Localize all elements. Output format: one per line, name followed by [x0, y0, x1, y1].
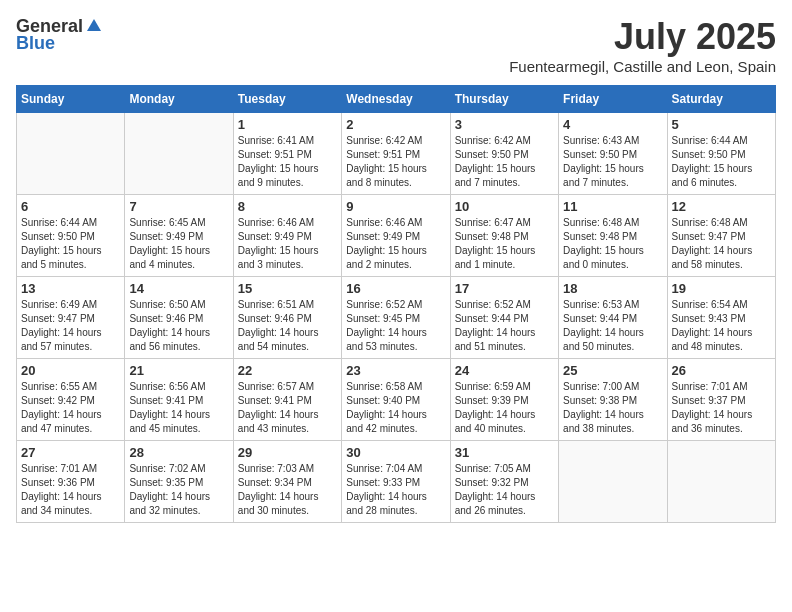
sunrise-text: Sunrise: 6:48 AM — [563, 216, 662, 230]
day-number: 23 — [346, 363, 445, 378]
sunset-text: Sunset: 9:46 PM — [129, 312, 228, 326]
day-number: 15 — [238, 281, 337, 296]
day-info: Sunrise: 6:42 AM Sunset: 9:50 PM Dayligh… — [455, 134, 554, 190]
daylight-text: Daylight: 14 hours and 38 minutes. — [563, 408, 662, 436]
sunset-text: Sunset: 9:42 PM — [21, 394, 120, 408]
calendar-day-cell: 5 Sunrise: 6:44 AM Sunset: 9:50 PM Dayli… — [667, 113, 775, 195]
day-number: 19 — [672, 281, 771, 296]
sunrise-text: Sunrise: 6:53 AM — [563, 298, 662, 312]
daylight-text: Daylight: 14 hours and 30 minutes. — [238, 490, 337, 518]
sunrise-text: Sunrise: 6:57 AM — [238, 380, 337, 394]
sunrise-text: Sunrise: 6:44 AM — [21, 216, 120, 230]
daylight-text: Daylight: 14 hours and 48 minutes. — [672, 326, 771, 354]
sunrise-text: Sunrise: 7:01 AM — [21, 462, 120, 476]
calendar-day-cell: 18 Sunrise: 6:53 AM Sunset: 9:44 PM Dayl… — [559, 277, 667, 359]
sunrise-text: Sunrise: 6:46 AM — [238, 216, 337, 230]
sunrise-text: Sunrise: 6:54 AM — [672, 298, 771, 312]
day-info: Sunrise: 7:02 AM Sunset: 9:35 PM Dayligh… — [129, 462, 228, 518]
logo: General Blue — [16, 16, 103, 54]
day-info: Sunrise: 6:54 AM Sunset: 9:43 PM Dayligh… — [672, 298, 771, 354]
day-info: Sunrise: 6:51 AM Sunset: 9:46 PM Dayligh… — [238, 298, 337, 354]
day-number: 9 — [346, 199, 445, 214]
sunset-text: Sunset: 9:50 PM — [563, 148, 662, 162]
day-number: 2 — [346, 117, 445, 132]
daylight-text: Daylight: 14 hours and 51 minutes. — [455, 326, 554, 354]
calendar-day-cell: 21 Sunrise: 6:56 AM Sunset: 9:41 PM Dayl… — [125, 359, 233, 441]
sunrise-text: Sunrise: 7:05 AM — [455, 462, 554, 476]
sunset-text: Sunset: 9:36 PM — [21, 476, 120, 490]
svg-marker-0 — [87, 19, 101, 31]
daylight-text: Daylight: 14 hours and 26 minutes. — [455, 490, 554, 518]
sunset-text: Sunset: 9:47 PM — [21, 312, 120, 326]
calendar-week-row: 1 Sunrise: 6:41 AM Sunset: 9:51 PM Dayli… — [17, 113, 776, 195]
day-info: Sunrise: 6:55 AM Sunset: 9:42 PM Dayligh… — [21, 380, 120, 436]
sunrise-text: Sunrise: 6:49 AM — [21, 298, 120, 312]
sunset-text: Sunset: 9:44 PM — [563, 312, 662, 326]
day-info: Sunrise: 6:58 AM Sunset: 9:40 PM Dayligh… — [346, 380, 445, 436]
daylight-text: Daylight: 14 hours and 43 minutes. — [238, 408, 337, 436]
day-info: Sunrise: 7:03 AM Sunset: 9:34 PM Dayligh… — [238, 462, 337, 518]
day-info: Sunrise: 6:43 AM Sunset: 9:50 PM Dayligh… — [563, 134, 662, 190]
day-info: Sunrise: 7:05 AM Sunset: 9:32 PM Dayligh… — [455, 462, 554, 518]
day-info: Sunrise: 6:42 AM Sunset: 9:51 PM Dayligh… — [346, 134, 445, 190]
sunrise-text: Sunrise: 6:58 AM — [346, 380, 445, 394]
daylight-text: Daylight: 15 hours and 8 minutes. — [346, 162, 445, 190]
calendar-day-cell: 31 Sunrise: 7:05 AM Sunset: 9:32 PM Dayl… — [450, 441, 558, 523]
day-info: Sunrise: 6:44 AM Sunset: 9:50 PM Dayligh… — [672, 134, 771, 190]
calendar-day-cell: 16 Sunrise: 6:52 AM Sunset: 9:45 PM Dayl… — [342, 277, 450, 359]
calendar-day-cell: 8 Sunrise: 6:46 AM Sunset: 9:49 PM Dayli… — [233, 195, 341, 277]
calendar-day-cell — [125, 113, 233, 195]
daylight-text: Daylight: 15 hours and 3 minutes. — [238, 244, 337, 272]
daylight-text: Daylight: 15 hours and 5 minutes. — [21, 244, 120, 272]
sunset-text: Sunset: 9:44 PM — [455, 312, 554, 326]
sunset-text: Sunset: 9:51 PM — [346, 148, 445, 162]
daylight-text: Daylight: 15 hours and 0 minutes. — [563, 244, 662, 272]
calendar-header-row: SundayMondayTuesdayWednesdayThursdayFrid… — [17, 86, 776, 113]
daylight-text: Daylight: 14 hours and 45 minutes. — [129, 408, 228, 436]
day-info: Sunrise: 6:52 AM Sunset: 9:44 PM Dayligh… — [455, 298, 554, 354]
sunset-text: Sunset: 9:38 PM — [563, 394, 662, 408]
sunrise-text: Sunrise: 6:52 AM — [346, 298, 445, 312]
calendar-day-cell — [17, 113, 125, 195]
daylight-text: Daylight: 14 hours and 54 minutes. — [238, 326, 337, 354]
sunrise-text: Sunrise: 6:44 AM — [672, 134, 771, 148]
day-info: Sunrise: 6:59 AM Sunset: 9:39 PM Dayligh… — [455, 380, 554, 436]
daylight-text: Daylight: 14 hours and 50 minutes. — [563, 326, 662, 354]
day-info: Sunrise: 6:50 AM Sunset: 9:46 PM Dayligh… — [129, 298, 228, 354]
sunset-text: Sunset: 9:43 PM — [672, 312, 771, 326]
daylight-text: Daylight: 14 hours and 34 minutes. — [21, 490, 120, 518]
calendar-day-cell: 2 Sunrise: 6:42 AM Sunset: 9:51 PM Dayli… — [342, 113, 450, 195]
sunset-text: Sunset: 9:34 PM — [238, 476, 337, 490]
sunset-text: Sunset: 9:39 PM — [455, 394, 554, 408]
daylight-text: Daylight: 15 hours and 2 minutes. — [346, 244, 445, 272]
calendar-day-cell: 10 Sunrise: 6:47 AM Sunset: 9:48 PM Dayl… — [450, 195, 558, 277]
sunrise-text: Sunrise: 6:48 AM — [672, 216, 771, 230]
day-number: 6 — [21, 199, 120, 214]
calendar-day-cell: 20 Sunrise: 6:55 AM Sunset: 9:42 PM Dayl… — [17, 359, 125, 441]
day-number: 1 — [238, 117, 337, 132]
sunrise-text: Sunrise: 6:52 AM — [455, 298, 554, 312]
logo-blue: Blue — [16, 33, 55, 54]
day-info: Sunrise: 6:52 AM Sunset: 9:45 PM Dayligh… — [346, 298, 445, 354]
sunset-text: Sunset: 9:50 PM — [21, 230, 120, 244]
sunrise-text: Sunrise: 7:01 AM — [672, 380, 771, 394]
day-number: 13 — [21, 281, 120, 296]
calendar-day-cell: 3 Sunrise: 6:42 AM Sunset: 9:50 PM Dayli… — [450, 113, 558, 195]
day-info: Sunrise: 7:00 AM Sunset: 9:38 PM Dayligh… — [563, 380, 662, 436]
weekday-header: Monday — [125, 86, 233, 113]
sunrise-text: Sunrise: 7:02 AM — [129, 462, 228, 476]
sunrise-text: Sunrise: 6:56 AM — [129, 380, 228, 394]
sunrise-text: Sunrise: 6:43 AM — [563, 134, 662, 148]
day-number: 27 — [21, 445, 120, 460]
daylight-text: Daylight: 15 hours and 7 minutes. — [455, 162, 554, 190]
sunset-text: Sunset: 9:33 PM — [346, 476, 445, 490]
sunset-text: Sunset: 9:40 PM — [346, 394, 445, 408]
day-info: Sunrise: 6:48 AM Sunset: 9:48 PM Dayligh… — [563, 216, 662, 272]
page-header: General Blue July 2025 Fuentearmegil, Ca… — [16, 16, 776, 75]
sunset-text: Sunset: 9:50 PM — [672, 148, 771, 162]
sunset-text: Sunset: 9:41 PM — [238, 394, 337, 408]
day-info: Sunrise: 6:49 AM Sunset: 9:47 PM Dayligh… — [21, 298, 120, 354]
day-number: 3 — [455, 117, 554, 132]
day-number: 10 — [455, 199, 554, 214]
calendar-day-cell: 22 Sunrise: 6:57 AM Sunset: 9:41 PM Dayl… — [233, 359, 341, 441]
